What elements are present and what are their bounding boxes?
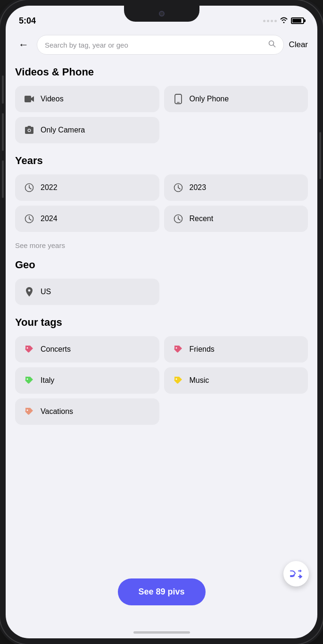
year-2023-label: 2023 bbox=[190, 183, 207, 192]
svg-line-1 bbox=[273, 45, 275, 47]
filter-item-2024[interactable]: 2024 bbox=[15, 206, 159, 232]
svg-point-20 bbox=[27, 347, 28, 349]
tag-friends-icon bbox=[172, 343, 185, 356]
search-icon bbox=[268, 40, 276, 50]
filter-item-us[interactable]: US bbox=[15, 279, 159, 305]
tag-italy-icon bbox=[23, 374, 36, 387]
filter-item-music[interactable]: Music bbox=[164, 367, 308, 394]
clear-button[interactable]: Clear bbox=[289, 38, 308, 51]
svg-rect-2 bbox=[25, 96, 31, 102]
year-2022-label: 2022 bbox=[41, 183, 58, 192]
tags-grid: Concerts Friends bbox=[15, 336, 308, 425]
geo-title: Geo bbox=[15, 259, 308, 271]
videos-phone-title: Videos & Phone bbox=[15, 66, 308, 78]
pin-icon bbox=[23, 285, 36, 298]
filter-item-recent[interactable]: Recent bbox=[164, 206, 308, 232]
svg-point-6 bbox=[28, 130, 30, 132]
clock-recent-icon bbox=[172, 212, 185, 225]
notch bbox=[124, 6, 199, 22]
filter-item-italy[interactable]: Italy bbox=[15, 367, 159, 394]
header: ← Search by tag, year or geo Clear bbox=[6, 29, 317, 62]
svg-point-19 bbox=[28, 289, 31, 292]
music-label: Music bbox=[190, 376, 209, 385]
see-more-years[interactable]: See more years bbox=[6, 239, 317, 255]
phone-icon bbox=[172, 92, 185, 106]
status-icons bbox=[263, 17, 304, 25]
years-section: Years 2022 bbox=[6, 151, 317, 239]
signal-icon bbox=[263, 20, 277, 22]
filter-item-2022[interactable]: 2022 bbox=[15, 174, 159, 201]
tag-music-icon bbox=[172, 374, 185, 387]
svg-point-22 bbox=[27, 379, 28, 380]
filter-item-concerts[interactable]: Concerts bbox=[15, 336, 159, 363]
recent-label: Recent bbox=[190, 215, 214, 223]
concerts-label: Concerts bbox=[41, 345, 71, 354]
clock-2024-icon bbox=[23, 212, 36, 225]
vacations-label: Vacations bbox=[41, 407, 73, 416]
svg-point-24 bbox=[27, 410, 28, 411]
filter-item-videos[interactable]: Videos bbox=[15, 86, 159, 112]
svg-line-18 bbox=[178, 219, 180, 220]
camera-icon bbox=[23, 124, 36, 137]
phone-screen: 5:04 bbox=[6, 6, 317, 638]
volume-silent-button bbox=[2, 75, 4, 104]
filter-item-only-phone[interactable]: Only Phone bbox=[164, 86, 308, 112]
search-bar[interactable]: Search by tag, year or geo bbox=[37, 35, 284, 55]
status-time: 5:04 bbox=[19, 16, 36, 26]
svg-line-15 bbox=[29, 219, 31, 220]
front-camera bbox=[159, 11, 165, 17]
svg-line-9 bbox=[29, 188, 31, 189]
tag-concerts-icon bbox=[23, 343, 36, 356]
year-2024-label: 2024 bbox=[41, 215, 58, 223]
home-indicator bbox=[133, 631, 190, 634]
svg-point-21 bbox=[175, 347, 177, 349]
filter-item-friends[interactable]: Friends bbox=[164, 336, 308, 363]
tag-vacations-icon bbox=[23, 405, 36, 418]
shuffle-button[interactable] bbox=[283, 561, 309, 586]
search-placeholder: Search by tag, year or geo bbox=[45, 41, 265, 49]
wifi-icon bbox=[280, 17, 288, 25]
filter-item-vacations[interactable]: Vacations bbox=[15, 398, 159, 425]
only-phone-label: Only Phone bbox=[190, 95, 229, 103]
tags-section: Your tags Concerts bbox=[6, 313, 317, 432]
phone-frame: 5:04 bbox=[0, 0, 323, 644]
only-camera-label: Only Camera bbox=[41, 126, 85, 134]
clock-2023-icon bbox=[172, 181, 185, 194]
friends-label: Friends bbox=[190, 345, 215, 354]
filter-item-only-camera[interactable]: Only Camera bbox=[15, 117, 159, 143]
svg-point-23 bbox=[175, 379, 177, 380]
back-arrow-icon: ← bbox=[18, 39, 29, 51]
volume-up-button bbox=[2, 113, 4, 151]
clock-2022-icon bbox=[23, 181, 36, 194]
italy-label: Italy bbox=[41, 376, 54, 385]
see-pivs-button[interactable]: See 89 pivs bbox=[117, 578, 205, 605]
videos-label: Videos bbox=[41, 95, 64, 103]
us-label: US bbox=[41, 288, 51, 296]
video-icon bbox=[23, 92, 36, 106]
filter-item-2023[interactable]: 2023 bbox=[164, 174, 308, 201]
geo-section: Geo US bbox=[6, 255, 317, 313]
videos-phone-section: Videos & Phone Videos bbox=[6, 62, 317, 151]
bottom-cta-container: See 89 pivs bbox=[117, 578, 205, 605]
power-button bbox=[319, 132, 321, 179]
svg-rect-4 bbox=[177, 102, 180, 103]
svg-line-12 bbox=[178, 188, 180, 189]
screen-content[interactable]: ← Search by tag, year or geo Clear Video… bbox=[6, 29, 317, 638]
tags-title: Your tags bbox=[15, 316, 308, 329]
volume-down-button bbox=[2, 160, 4, 198]
videos-phone-grid: Videos Only Phone bbox=[15, 86, 308, 143]
years-grid: 2022 2023 bbox=[15, 174, 308, 232]
back-button[interactable]: ← bbox=[15, 36, 32, 53]
years-title: Years bbox=[15, 155, 308, 167]
battery-icon bbox=[291, 17, 304, 24]
